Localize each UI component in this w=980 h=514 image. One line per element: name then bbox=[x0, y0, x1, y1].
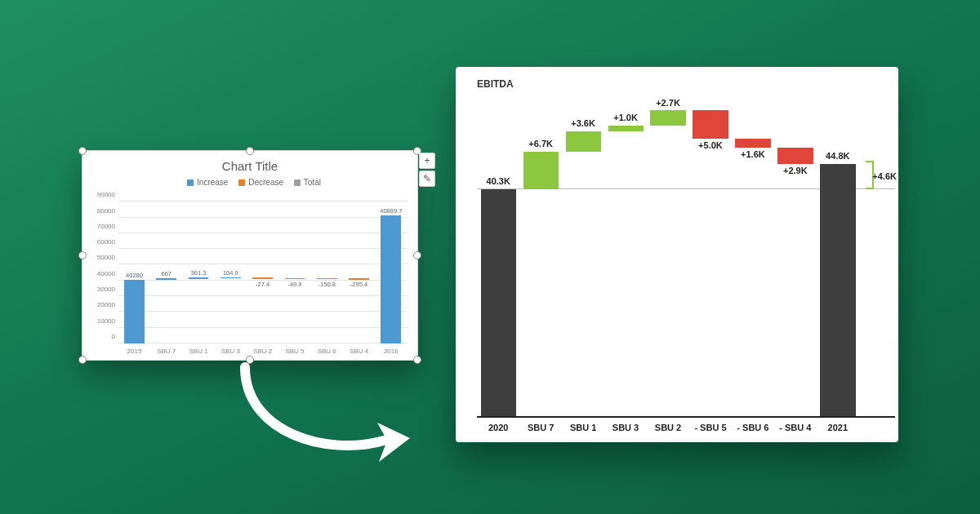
bar-sbu7 bbox=[523, 152, 559, 190]
resize-handle[interactable] bbox=[413, 356, 421, 364]
x-tick: SBU 3 bbox=[221, 348, 240, 355]
chart-elements-button[interactable]: + bbox=[419, 153, 435, 169]
legend-swatch-total bbox=[294, 179, 301, 186]
bar-sbu3 bbox=[220, 277, 241, 278]
bar-sbu6 bbox=[735, 139, 771, 148]
legend-swatch-decrease bbox=[238, 179, 245, 186]
bar-sbu4 bbox=[777, 148, 813, 164]
x-tick: SBU 6 bbox=[318, 348, 336, 355]
legend-swatch-increase bbox=[187, 179, 194, 186]
y-tick: 20000 bbox=[89, 301, 115, 308]
x-tick: 2015 bbox=[127, 348, 142, 355]
plus-icon: + bbox=[424, 156, 430, 166]
delta-label: +4.6K bbox=[872, 171, 897, 181]
x-tick: SBU 4 bbox=[350, 348, 368, 355]
x-tick: SBU 7 bbox=[528, 423, 554, 432]
data-label: 361.3 bbox=[191, 269, 207, 277]
chart-title: EBITDA bbox=[456, 67, 898, 90]
data-label: +2.9K bbox=[783, 166, 808, 175]
y-tick: 70000 bbox=[89, 222, 115, 229]
legend-label-increase: Increase bbox=[197, 178, 228, 187]
x-tick: SBU 1 bbox=[570, 423, 596, 432]
bar-sbu6 bbox=[317, 278, 337, 279]
resize-handle[interactable] bbox=[78, 147, 87, 155]
x-tick: - SBU 6 bbox=[737, 423, 768, 432]
resize-handle[interactable] bbox=[246, 147, 254, 155]
bar-sbu2 bbox=[650, 110, 686, 126]
data-label: -150.8 bbox=[318, 281, 336, 288]
bar-sbu2 bbox=[252, 277, 273, 278]
x-tick: 2016 bbox=[384, 348, 399, 355]
data-label: +6.7K bbox=[528, 139, 553, 148]
svg-marker-0 bbox=[377, 423, 410, 462]
data-label: -295.4 bbox=[350, 281, 368, 288]
bar-sbu1 bbox=[189, 277, 209, 279]
x-tick: SBU 2 bbox=[655, 423, 681, 432]
x-tick: SBU 2 bbox=[253, 348, 272, 355]
y-tick: 10000 bbox=[89, 317, 115, 324]
y-tick: 80000 bbox=[89, 206, 115, 214]
data-label: 104.9 bbox=[223, 269, 238, 277]
legend-label-total: Total bbox=[304, 178, 321, 187]
bar-total-2015 bbox=[124, 280, 145, 343]
y-tick: 90000 bbox=[89, 191, 115, 198]
data-label: 40889.7 bbox=[380, 207, 402, 215]
y-tick: 50000 bbox=[89, 254, 115, 261]
bar-sbu3 bbox=[608, 126, 644, 131]
bar-sbu4 bbox=[349, 278, 369, 280]
data-label: +1.0K bbox=[613, 113, 638, 122]
legend-label-decrease: Decrease bbox=[248, 178, 283, 187]
y-tick: 40000 bbox=[89, 269, 115, 277]
x-tick: 2020 bbox=[488, 423, 508, 432]
x-tick: SBU 3 bbox=[612, 423, 639, 432]
chart-styles-button[interactable]: ✎ bbox=[419, 171, 435, 187]
resize-handle[interactable] bbox=[413, 251, 421, 259]
chart-legend: Increase Decrease Total bbox=[82, 178, 417, 187]
y-tick: 30000 bbox=[89, 286, 115, 293]
bar-total-2016 bbox=[381, 215, 401, 343]
ebitda-waterfall-chart: EBITDA 40.3K +6.7K +3.6K +1.0K +2.7K +5.… bbox=[456, 67, 898, 442]
bar-sbu1 bbox=[566, 131, 602, 152]
bar-total-2020 bbox=[481, 189, 517, 418]
y-tick: 60000 bbox=[89, 238, 115, 246]
excel-default-waterfall-chart[interactable]: + ✎ Chart Title Increase Decrease Total … bbox=[82, 150, 418, 361]
data-label: -49.9 bbox=[287, 281, 301, 288]
data-label: 40.3K bbox=[487, 176, 510, 186]
brush-icon: ✎ bbox=[423, 174, 431, 184]
x-tick: SBU 1 bbox=[189, 348, 207, 355]
bar-sbu5 bbox=[693, 110, 728, 139]
x-tick: SBU 5 bbox=[285, 348, 304, 355]
bar-total-2021 bbox=[820, 164, 856, 418]
resize-handle[interactable] bbox=[78, 356, 87, 364]
data-label: +1.6K bbox=[741, 149, 765, 159]
x-tick: - SBU 5 bbox=[694, 423, 726, 432]
y-tick: 0 bbox=[89, 333, 115, 340]
plot-area: 0 10000 20000 30000 40000 50000 60000 70… bbox=[118, 202, 408, 343]
data-label: -27.4 bbox=[256, 281, 270, 288]
x-tick: SBU 7 bbox=[157, 348, 176, 355]
x-tick: - SBU 4 bbox=[779, 423, 811, 432]
arrow-icon bbox=[237, 359, 416, 481]
resize-handle[interactable] bbox=[246, 356, 254, 364]
data-label: 40280 bbox=[126, 272, 143, 279]
bar-sbu7 bbox=[156, 278, 176, 280]
data-label: +5.0K bbox=[698, 140, 723, 150]
plot-area: 40.3K +6.7K +3.6K +1.0K +2.7K +5.0K +1.6… bbox=[477, 106, 859, 418]
data-label: 667 bbox=[161, 270, 172, 277]
resize-handle[interactable] bbox=[78, 251, 87, 259]
data-label: 44.8K bbox=[826, 151, 849, 161]
x-tick: 2021 bbox=[828, 423, 848, 432]
bar-sbu5 bbox=[285, 278, 305, 279]
x-axis-line bbox=[477, 416, 895, 418]
data-label: +2.7K bbox=[656, 98, 680, 108]
data-label: +3.6K bbox=[571, 118, 595, 128]
